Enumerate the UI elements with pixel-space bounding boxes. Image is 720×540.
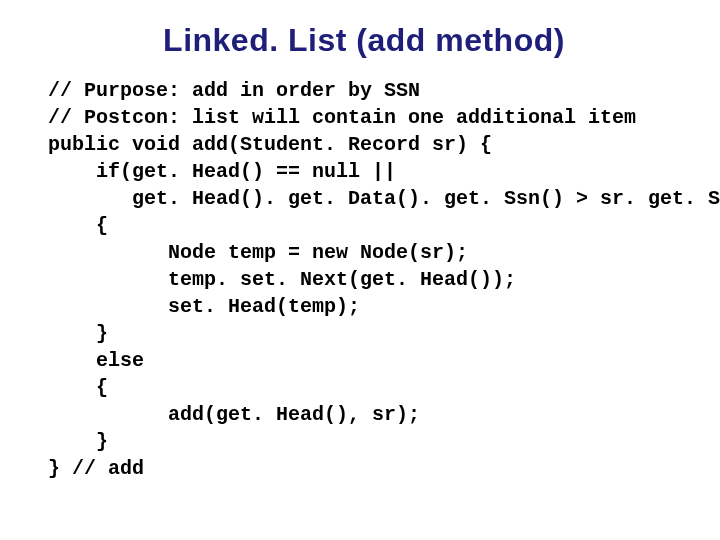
code-line: Node temp = new Node(sr); (48, 241, 468, 264)
code-line: } (48, 322, 108, 345)
code-line: { (48, 214, 108, 237)
code-line: temp. set. Next(get. Head()); (48, 268, 516, 291)
code-line: get. Head(). get. Data(). get. Ssn() > s… (48, 187, 720, 210)
code-line: // Purpose: add in order by SSN (48, 79, 420, 102)
code-block: // Purpose: add in order by SSN // Postc… (48, 77, 680, 482)
slide-title: Linked. List (add method) (48, 22, 680, 59)
code-line: set. Head(temp); (48, 295, 360, 318)
code-line: if(get. Head() == null || (48, 160, 396, 183)
code-line: // Postcon: list will contain one additi… (48, 106, 636, 129)
slide: Linked. List (add method) // Purpose: ad… (0, 0, 720, 540)
code-line: } (48, 430, 108, 453)
code-line: { (48, 376, 108, 399)
code-line: else (48, 349, 144, 372)
code-line: public void add(Student. Record sr) { (48, 133, 492, 156)
code-line: add(get. Head(), sr); (48, 403, 420, 426)
code-line: } // add (48, 457, 144, 480)
